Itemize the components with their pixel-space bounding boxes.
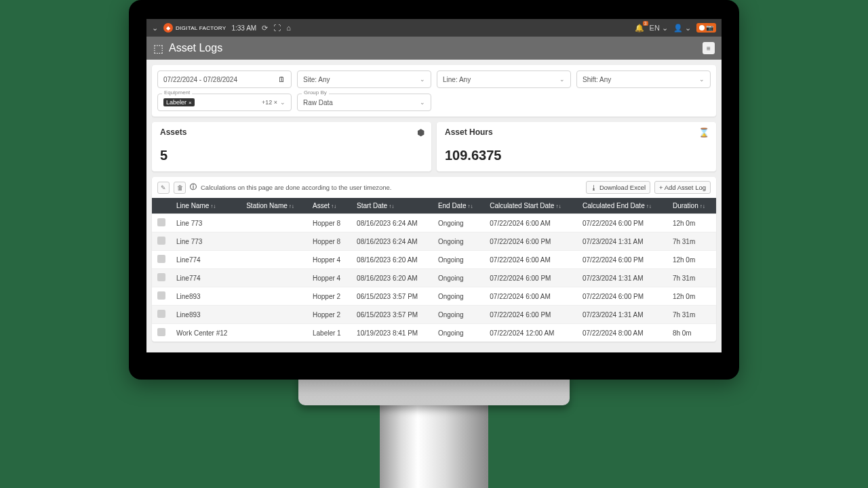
- app-screen: ⌄ ◆ DIGITAL FACTORY 1:33 AM ⟳ ⛶ ⌂ 🔔 EN ⌄…: [146, 19, 722, 352]
- cell-cstart: 07/22/2024 6:00 AM: [484, 251, 577, 269]
- equipment-label: Equipment: [162, 89, 192, 96]
- row-checkbox[interactable]: [157, 218, 165, 226]
- home-icon[interactable]: ⌂: [286, 24, 291, 32]
- col-header[interactable]: Duration↑↓: [667, 198, 716, 214]
- cell-start: 06/15/2023 3:57 PM: [351, 287, 433, 306]
- cube-icon: ⬚: [153, 42, 163, 55]
- chevron-down-icon: ⌄: [420, 99, 425, 106]
- download-excel-button[interactable]: ⭳ Download Excel: [586, 181, 650, 194]
- row-checkbox[interactable]: [157, 237, 165, 245]
- cell-end: Ongoing: [433, 287, 484, 306]
- cell-cend: 07/23/2024 1:31 AM: [577, 269, 667, 287]
- date-range-text: 07/22/2024 - 07/28/2024: [163, 76, 237, 83]
- bell-icon[interactable]: 🔔: [635, 24, 644, 33]
- row-checkbox[interactable]: [157, 273, 165, 281]
- cell-cend: 07/23/2024 1:31 AM: [577, 232, 667, 251]
- cell-station: [241, 214, 307, 232]
- cell-cend: 07/22/2024 6:00 PM: [577, 287, 667, 306]
- cell-asset: Labeler 1: [307, 324, 351, 342]
- col-header[interactable]: Calculated Start Date↑↓: [484, 198, 577, 214]
- row-checkbox[interactable]: [157, 255, 165, 263]
- row-checkbox[interactable]: [157, 310, 165, 318]
- table-row: Line774 Hopper 4 08/16/2023 6:20 AM Ongo…: [152, 269, 716, 287]
- cell-start: 08/16/2023 6:24 AM: [351, 214, 433, 232]
- cell-start: 08/16/2023 6:20 AM: [351, 269, 433, 287]
- asset-log-table: Line Name↑↓Station Name↑↓Asset↑↓Start Da…: [152, 198, 716, 342]
- monitor-frame: ⌄ ◆ DIGITAL FACTORY 1:33 AM ⟳ ⛶ ⌂ 🔔 EN ⌄…: [129, 0, 739, 380]
- page-titlebar: ⬚ Asset Logs ≡: [146, 37, 722, 60]
- table-row: Line893 Hopper 2 06/15/2023 3:57 PM Ongo…: [152, 306, 716, 324]
- camera-icon: 📷: [706, 24, 713, 31]
- table-row: Line 773 Hopper 8 08/16/2023 6:24 AM Ong…: [152, 214, 716, 232]
- assets-value: 5: [160, 148, 423, 163]
- shift-select[interactable]: Shift: Any ⌄: [576, 70, 711, 88]
- cell-cend: 07/22/2024 8:00 AM: [577, 324, 667, 342]
- chevron-down-icon[interactable]: ⌄: [152, 24, 158, 33]
- add-asset-log-button[interactable]: + Add Asset Log: [654, 181, 711, 194]
- cell-start: 10/19/2023 8:41 PM: [351, 324, 433, 342]
- cell-asset: Hopper 4: [307, 251, 351, 269]
- cell-line: Line893: [171, 306, 241, 324]
- cell-line: Line893: [171, 287, 241, 306]
- hours-value: 109.6375: [445, 148, 708, 163]
- user-menu[interactable]: 👤 ⌄: [673, 24, 691, 33]
- date-range-picker[interactable]: 07/22/2024 - 07/28/2024 🗓: [157, 70, 292, 88]
- table-card: ✎ 🗑 ⓘ Calculations on this page are done…: [152, 177, 716, 342]
- row-checkbox[interactable]: [157, 328, 165, 336]
- calendar-icon: 🗓: [278, 75, 285, 83]
- camera-toggle[interactable]: 📷: [696, 23, 716, 33]
- cell-end: Ongoing: [433, 269, 484, 287]
- cell-station: [241, 269, 307, 287]
- cell-start: 08/16/2023 6:20 AM: [351, 251, 433, 269]
- cell-cstart: 07/22/2024 6:00 PM: [484, 269, 577, 287]
- boxes-icon: ⬢: [417, 127, 425, 138]
- chevron-down-icon: ⌄: [699, 76, 705, 83]
- col-header[interactable]: Asset↑↓: [307, 198, 351, 214]
- hours-stat-card: Asset Hours ⌛ 109.6375: [437, 122, 716, 171]
- delete-button[interactable]: 🗑: [174, 182, 186, 194]
- brand-logo[interactable]: ◆ DIGITAL FACTORY: [163, 23, 226, 33]
- table-row: Line774 Hopper 4 08/16/2023 6:20 AM Ongo…: [152, 251, 716, 269]
- site-select[interactable]: Site: Any ⌄: [297, 70, 431, 88]
- col-header[interactable]: End Date↑↓: [433, 198, 484, 214]
- cell-cstart: 07/22/2024 6:00 AM: [484, 214, 577, 232]
- col-header[interactable]: Start Date↑↓: [351, 198, 433, 214]
- groupby-select[interactable]: Group By Raw Data ⌄: [297, 94, 431, 111]
- col-header[interactable]: Station Name↑↓: [241, 198, 307, 214]
- toggle-dot: [699, 25, 705, 30]
- line-select[interactable]: Line: Any ⌄: [437, 70, 571, 88]
- menu-toggle-button[interactable]: ≡: [703, 42, 715, 54]
- filters-card: 07/22/2024 - 07/28/2024 🗓 Site: Any ⌄ Li…: [152, 65, 716, 117]
- equipment-select[interactable]: Equipment Labeler × +12 × ⌄: [157, 94, 292, 111]
- col-header[interactable]: Calculated End Date↑↓: [577, 198, 667, 214]
- cell-duration: 8h 0m: [667, 324, 716, 342]
- info-text: Calculations on this page are done accor…: [201, 184, 391, 191]
- equipment-chip[interactable]: Labeler ×: [163, 98, 195, 106]
- cell-end: Ongoing: [433, 232, 484, 251]
- groupby-label: Group By: [302, 89, 329, 96]
- close-icon[interactable]: ×: [189, 100, 192, 106]
- cell-duration: 12h 0m: [667, 287, 716, 306]
- cell-line: Line774: [171, 251, 241, 269]
- info-icon: ⓘ: [190, 183, 197, 192]
- assets-label: Assets: [160, 127, 423, 137]
- edit-button[interactable]: ✎: [157, 182, 170, 194]
- cell-line: Line 773: [171, 214, 241, 232]
- language-selector[interactable]: EN ⌄: [650, 24, 668, 33]
- cell-asset: Hopper 8: [307, 232, 351, 251]
- cell-cend: 07/22/2024 6:00 PM: [577, 214, 667, 232]
- fullscreen-icon[interactable]: ⛶: [273, 24, 281, 32]
- chevron-down-icon: ⌄: [420, 76, 425, 83]
- page-title: Asset Logs: [169, 42, 222, 54]
- cell-cstart: 07/22/2024 12:00 AM: [484, 324, 577, 342]
- stats-row: Assets ⬢ 5 Asset Hours ⌛ 109.6375: [152, 122, 716, 171]
- cell-duration: 12h 0m: [667, 251, 716, 269]
- hourglass-icon: ⌛: [698, 127, 709, 138]
- col-header[interactable]: Line Name↑↓: [171, 198, 241, 214]
- refresh-icon[interactable]: ⟳: [262, 24, 268, 33]
- row-checkbox[interactable]: [157, 291, 165, 300]
- shift-text: Shift: Any: [583, 76, 611, 83]
- chevron-down-icon: ⌄: [280, 99, 285, 106]
- cell-asset: Hopper 2: [307, 306, 351, 324]
- cell-asset: Hopper 4: [307, 269, 351, 287]
